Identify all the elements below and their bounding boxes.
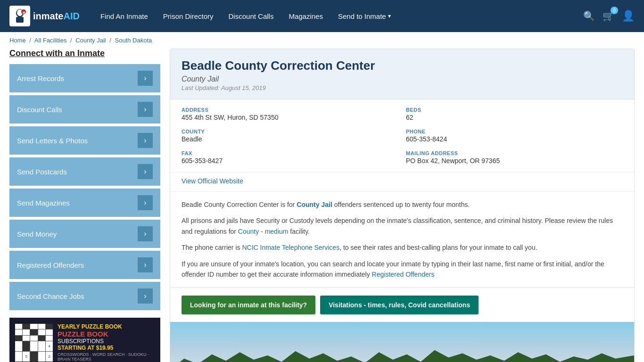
sidebar: Connect with an Inmate Arrest Records › … bbox=[9, 49, 160, 362]
arrow-icon: › bbox=[138, 226, 153, 241]
arrow-icon: › bbox=[138, 164, 153, 179]
sidebar-item-registered-offenders[interactable]: Registered Offenders › bbox=[9, 251, 160, 279]
ad-text: YEARLY PUZZLE BOOK PUZZLE BOOK SUBSCRIPT… bbox=[58, 323, 155, 362]
phone-label: PHONE bbox=[406, 129, 623, 134]
nav-send-to-inmate[interactable]: Send to Inmate ▾ bbox=[331, 8, 397, 24]
puzzle-grid: 4 52 bbox=[15, 324, 53, 362]
visitations-btn[interactable]: Visitations - times, rules, Covid cancel… bbox=[320, 296, 479, 314]
svg-rect-3 bbox=[16, 17, 24, 23]
beds-block: BEDS 62 bbox=[406, 107, 623, 121]
arrow-icon: › bbox=[138, 133, 153, 148]
ad-puzzle-book: PUZZLE BOOK bbox=[58, 330, 155, 338]
breadcrumb: Home / All Facilities / County Jail / So… bbox=[0, 32, 644, 49]
fax-value: 605-353-8427 bbox=[182, 157, 398, 165]
desc-para-3: The phone carrier is NCIC Inmate Telepho… bbox=[182, 242, 623, 253]
ad-yearly: YEARLY PUZZLE BOOK bbox=[58, 323, 155, 330]
address-value: 455 4th St SW, Huron, SD 57350 bbox=[182, 114, 398, 121]
dropdown-arrow-icon: ▾ bbox=[388, 13, 391, 19]
logo-icon: ♣ bbox=[9, 6, 30, 26]
content-header: Beadle County Correction Center County J… bbox=[170, 49, 634, 99]
fax-label: FAX bbox=[182, 150, 398, 156]
ad-types: CROSSWORDS · WORD SEARCH · SUDOKU · BRAI… bbox=[58, 352, 155, 362]
sidebar-item-discount-calls[interactable]: Discount Calls › bbox=[9, 95, 160, 123]
registered-offenders-link[interactable]: Registered Offenders bbox=[372, 271, 435, 278]
ad-subscriptions: SUBSCRIPTIONS bbox=[58, 338, 155, 345]
user-icon[interactable]: 👤 bbox=[622, 10, 635, 22]
content-area: Beadle County Correction Center County J… bbox=[170, 49, 635, 362]
header-actions: 🔍 🛒 0 👤 bbox=[583, 10, 635, 22]
facility-type: County Jail bbox=[182, 75, 623, 83]
search-icon[interactable]: 🔍 bbox=[583, 10, 595, 22]
description-section: Beadle County Correction Center is for C… bbox=[170, 192, 634, 288]
sidebar-item-send-postcards[interactable]: Send Postcards › bbox=[9, 157, 160, 186]
main-nav: Find An Inmate Prison Directory Discount… bbox=[94, 8, 574, 24]
address-block: ADDRESS 455 4th St SW, Huron, SD 57350 bbox=[182, 107, 398, 121]
breadcrumb-home[interactable]: Home bbox=[9, 37, 26, 44]
main-content: Connect with an Inmate Arrest Records › … bbox=[0, 49, 644, 362]
beds-label: BEDS bbox=[406, 107, 623, 113]
mailing-label: MAILING ADDRESS bbox=[406, 150, 623, 156]
phone-block: PHONE 605-353-8424 bbox=[406, 129, 623, 143]
nav-prison-directory[interactable]: Prison Directory bbox=[157, 8, 220, 24]
svg-text:♣: ♣ bbox=[23, 10, 25, 15]
county-value: Beadle bbox=[182, 135, 398, 143]
trees-silhouette bbox=[170, 348, 634, 362]
breadcrumb-all-facilities[interactable]: All Facilities bbox=[34, 37, 67, 44]
facility-updated: Last Updated: August 15, 2019 bbox=[182, 84, 623, 91]
cart-icon[interactable]: 🛒 0 bbox=[603, 10, 614, 22]
ncic-link[interactable]: NCIC Inmate Telephone Services bbox=[242, 244, 339, 251]
find-inmate-btn[interactable]: Looking for an inmate at this facility? bbox=[182, 296, 315, 314]
mailing-block: MAILING ADDRESS PO Box 42, Newport, OR 9… bbox=[406, 150, 623, 165]
nav-magazines[interactable]: Magazines bbox=[282, 8, 330, 24]
ad-starting: STARTING AT $19.95 bbox=[58, 345, 155, 351]
desc-para-1: Beadle County Correction Center is for C… bbox=[182, 199, 623, 210]
breadcrumb-state[interactable]: South Dakota bbox=[115, 37, 152, 44]
arrow-icon: › bbox=[138, 288, 153, 304]
phone-value: 605-353-8424 bbox=[406, 135, 623, 143]
county-jail-link[interactable]: County Jail bbox=[297, 201, 332, 208]
address-label: ADDRESS bbox=[182, 107, 398, 113]
sidebar-item-arrest-records[interactable]: Arrest Records › bbox=[9, 64, 160, 92]
logo-text: inmateAID bbox=[33, 11, 80, 22]
arrow-icon: › bbox=[138, 195, 153, 210]
mailing-value: PO Box 42, Newport, OR 97365 bbox=[406, 157, 623, 165]
facility-name: Beadle County Correction Center bbox=[182, 58, 623, 73]
sidebar-title: Connect with an Inmate bbox=[9, 49, 160, 58]
view-website-link[interactable]: View Official Website bbox=[182, 177, 243, 185]
sidebar-item-second-chance-jobs[interactable]: Second Chance Jobs › bbox=[9, 282, 160, 310]
desc-para-2: All prisons and jails have Security or C… bbox=[182, 215, 623, 237]
sidebar-item-send-magazines[interactable]: Send Magazines › bbox=[9, 189, 160, 217]
arrow-icon: › bbox=[138, 71, 153, 86]
cart-badge: 0 bbox=[611, 7, 618, 14]
sidebar-item-send-letters[interactable]: Send Letters & Photos › bbox=[9, 126, 160, 155]
beds-value: 62 bbox=[406, 114, 623, 121]
county-label: COUNTY bbox=[182, 129, 398, 134]
website-section: View Official Website bbox=[170, 173, 634, 192]
action-buttons: Looking for an inmate at this facility? … bbox=[170, 288, 634, 322]
sidebar-ad[interactable]: 4 52 YEARLY PUZZLE BOOK PUZZLE BOOK SUBS… bbox=[9, 318, 160, 362]
nav-discount-calls[interactable]: Discount Calls bbox=[222, 8, 281, 24]
logo[interactable]: ♣ inmateAID bbox=[9, 6, 80, 26]
site-header: ♣ inmateAID Find An Inmate Prison Direct… bbox=[0, 0, 644, 32]
facility-image bbox=[170, 322, 634, 362]
arrow-icon: › bbox=[138, 257, 153, 272]
desc-para-4: If you are unsure of your inmate's locat… bbox=[182, 259, 623, 280]
sidebar-item-send-money[interactable]: Send Money › bbox=[9, 220, 160, 248]
county-block: COUNTY Beadle bbox=[182, 129, 398, 143]
info-grid: ADDRESS 455 4th St SW, Huron, SD 57350 B… bbox=[170, 99, 634, 173]
arrow-icon: › bbox=[138, 102, 153, 117]
nav-find-inmate[interactable]: Find An Inmate bbox=[94, 8, 155, 24]
county-medium-link[interactable]: County - medium bbox=[238, 228, 289, 235]
fax-block: FAX 605-353-8427 bbox=[182, 150, 398, 165]
breadcrumb-county-jail[interactable]: County Jail bbox=[75, 37, 106, 44]
